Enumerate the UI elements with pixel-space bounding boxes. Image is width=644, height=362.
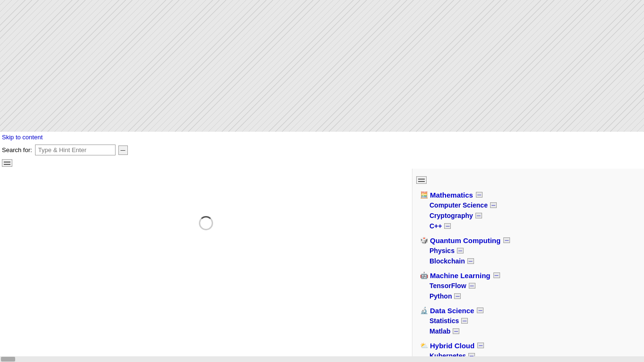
expand-blockchain-button[interactable]: — [467, 258, 474, 264]
nav-link-blockchain[interactable]: Blockchain — [429, 257, 474, 265]
nav-sub-label-cryptography: Cryptography [429, 212, 473, 219]
main-content: 🧮 Mathematics — Computer Science — [0, 169, 644, 362]
search-label: Search for: [2, 146, 32, 154]
sidebar-close-button[interactable] [416, 176, 427, 184]
nav-link-python[interactable]: Python — [429, 292, 461, 300]
close-icon [418, 181, 425, 182]
nav-link-cpp[interactable]: C++ — [429, 222, 451, 230]
nav-item-machine-learning: 🤖 Machine Learning — TensorFlow — [412, 269, 644, 304]
expand-computer-science-button[interactable]: — [490, 202, 497, 208]
nav-sub-item-statistics: Statistics — [429, 316, 636, 326]
nav-link-computer-science[interactable]: Computer Science — [429, 201, 497, 209]
data-science-icon: 🔬 [420, 307, 428, 314]
nav-sub-list-machine-learning: TensorFlow — Python — [429, 281, 636, 301]
nav-link-statistics[interactable]: Statistics — [429, 317, 468, 325]
expand-cryptography-button[interactable]: — [475, 213, 482, 218]
content-area [0, 169, 412, 362]
nav-link-matlab[interactable]: Matlab — [429, 327, 459, 335]
nav-sub-label-cpp: C++ [429, 222, 442, 230]
nav-sub-list-quantum-computing: Physics — Blockchain — [429, 245, 636, 266]
nav-list: 🧮 Mathematics — Computer Science — [412, 189, 644, 362]
expand-python-button[interactable]: — [454, 293, 461, 299]
search-bar: Search for: — [0, 143, 644, 157]
expand-physics-button[interactable]: — [457, 248, 464, 253]
nav-item-mathematics: 🧮 Mathematics — Computer Science — [412, 189, 644, 234]
hamburger-icon [4, 164, 10, 165]
nav-sub-label-tensorflow: TensorFlow [429, 282, 466, 290]
nav-sub-label-python: Python [429, 292, 452, 300]
horizontal-scrollbar[interactable] [0, 356, 644, 362]
top-links: Skip to content [0, 132, 644, 143]
nav-label-quantum-computing: Quantum Computing [430, 236, 501, 244]
expand-hybrid-cloud-button[interactable]: — [477, 343, 484, 348]
expand-matlab-button[interactable]: — [453, 328, 459, 334]
nav-link-cryptography[interactable]: Cryptography — [429, 212, 482, 219]
nav-sub-item-computer-science: Computer Science — [429, 200, 636, 210]
expand-mathematics-button[interactable]: — [476, 192, 483, 198]
nav-sub-item-physics: Physics — [429, 245, 636, 256]
nav-link-physics[interactable]: Physics — [429, 247, 464, 254]
expand-cpp-button[interactable]: — [444, 223, 451, 229]
nav-link-mathematics[interactable]: 🧮 Mathematics — [420, 191, 483, 199]
page-wrapper: Skip to content Search for: — [0, 0, 644, 362]
nav-link-machine-learning[interactable]: 🤖 Machine Learning — [420, 272, 500, 280]
nav-link-quantum-computing[interactable]: 🎲 Quantum Computing — [420, 236, 510, 244]
nav-link-tensorflow[interactable]: TensorFlow — [429, 282, 475, 290]
menu-toggle-button[interactable] [2, 159, 12, 167]
hamburger-icon [4, 162, 10, 163]
sidebar-nav: 🧮 Mathematics — Computer Science — [412, 169, 644, 362]
nav-sub-list-mathematics: Computer Science — Cryptography — [429, 200, 636, 231]
hybrid-cloud-icon: ⛅ [420, 342, 428, 349]
nav-sub-label-statistics: Statistics [429, 317, 459, 325]
nav-link-hybrid-cloud[interactable]: ⛅ Hybrid Cloud — [420, 342, 484, 350]
expand-quantum-computing-button[interactable]: — [503, 237, 510, 243]
nav-item-quantum-computing: 🎲 Quantum Computing — Physics — [412, 234, 644, 269]
close-icon [418, 179, 425, 180]
nav-sub-item-blockchain: Blockchain — [429, 256, 636, 266]
search-submit-button[interactable]: — [118, 145, 128, 155]
nav-sub-label-blockchain: Blockchain [429, 257, 465, 265]
expand-tensorflow-button[interactable]: — [469, 283, 475, 289]
search-input[interactable] [35, 145, 116, 155]
expand-machine-learning-button[interactable]: — [493, 272, 500, 278]
nav-sub-label-physics: Physics [429, 247, 455, 254]
nav-sub-label-matlab: Matlab [429, 327, 450, 335]
nav-sub-item-python: Python — [429, 291, 636, 301]
nav-sub-item-cpp: C++ — [429, 221, 636, 231]
scrollbar-thumb[interactable] [1, 357, 15, 362]
skip-to-content-link[interactable]: Skip to content [0, 132, 644, 143]
quantum-computing-icon: 🎲 [420, 236, 428, 244]
nav-sub-item-cryptography: Cryptography — [429, 210, 636, 221]
nav-item-data-science: 🔬 Data Science — Statistics — [412, 304, 644, 339]
loading-spinner [199, 216, 213, 230]
nav-sub-item-matlab: Matlab — [429, 326, 636, 336]
nav-label-mathematics: Mathematics [430, 191, 473, 199]
mathematics-icon: 🧮 [420, 191, 428, 199]
expand-statistics-button[interactable]: — [461, 318, 468, 324]
nav-label-data-science: Data Science [430, 307, 474, 315]
expand-data-science-button[interactable]: — [477, 308, 483, 313]
nav-label-hybrid-cloud: Hybrid Cloud [430, 342, 474, 350]
machine-learning-icon: 🤖 [420, 272, 428, 279]
nav-sub-label-computer-science: Computer Science [429, 201, 488, 209]
nav-label-machine-learning: Machine Learning [430, 272, 491, 280]
nav-link-data-science[interactable]: 🔬 Data Science — [420, 307, 483, 315]
nav-sub-item-tensorflow: TensorFlow — [429, 281, 636, 291]
search-icon: — [121, 147, 125, 153]
hero-banner [0, 0, 644, 132]
nav-sub-list-data-science: Statistics — Matlab — [429, 316, 636, 336]
